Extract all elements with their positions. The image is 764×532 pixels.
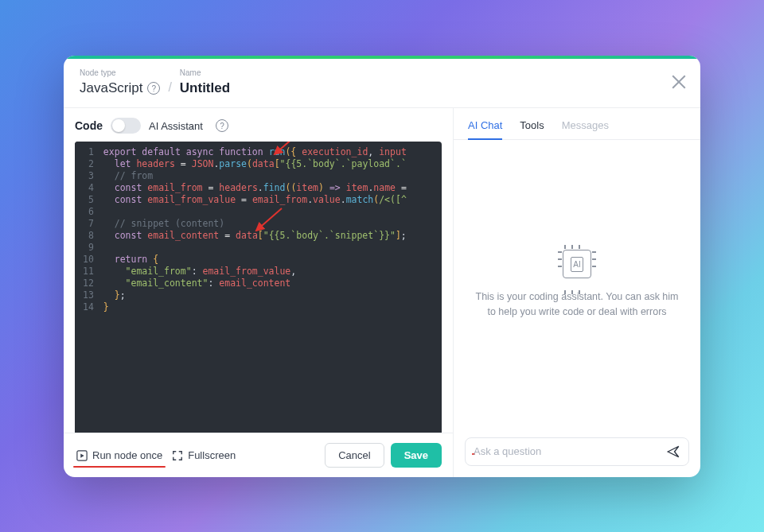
tab-ai-chat[interactable]: AI Chat (468, 119, 502, 139)
node-type-label: Node type (80, 68, 160, 77)
fullscreen-icon (172, 450, 183, 461)
node-type-column: Node type JavaScript ? (80, 68, 160, 96)
line-number-gutter: 1234567 891011121314 (75, 142, 100, 433)
name-label: Name (180, 68, 230, 77)
breadcrumb-separator: / (168, 80, 171, 96)
code-editor[interactable]: 1234567 891011121314 export default asyn… (75, 142, 442, 433)
tab-messages[interactable]: Messages (562, 119, 609, 139)
name-column: Name Untitled (180, 68, 230, 96)
play-icon (76, 450, 88, 461)
send-icon[interactable] (666, 445, 680, 459)
node-editor-modal: Node type JavaScript ? / Name Untitled C… (64, 56, 700, 477)
ai-chip-icon: AI (563, 250, 591, 289)
node-type-text: JavaScript (80, 80, 142, 96)
assistant-empty-state: AI This is your coding assistant. You ca… (454, 140, 700, 429)
close-icon[interactable] (670, 73, 688, 91)
fullscreen-button[interactable]: Fullscreen (170, 446, 237, 464)
tab-tools[interactable]: Tools (520, 119, 544, 139)
code-pane-footer: Run node once Fullscreen Cancel Save (64, 433, 453, 477)
run-node-once-label: Run node once (92, 449, 162, 461)
help-icon[interactable]: ? (216, 119, 228, 132)
code-content[interactable]: export default async function run({ exec… (100, 142, 415, 433)
code-title: Code (75, 119, 103, 132)
modal-body: Code AI Assistant ? 1234567 891011121314… (64, 108, 700, 477)
help-icon[interactable]: ? (147, 82, 160, 95)
modal-header: Node type JavaScript ? / Name Untitled (64, 59, 700, 108)
ai-assistant-label: AI Assistant (149, 120, 203, 132)
assistant-pane: AI Chat Tools Messages AI This is your c… (454, 108, 700, 477)
node-type-value: JavaScript ? (80, 80, 160, 96)
code-pane-header: Code AI Assistant ? (64, 108, 453, 142)
code-pane: Code AI Assistant ? 1234567 891011121314… (64, 108, 454, 477)
ai-assistant-toggle[interactable] (111, 118, 141, 134)
ask-question-input[interactable] (474, 445, 666, 458)
assistant-tabs: AI Chat Tools Messages (454, 108, 700, 140)
cancel-button[interactable]: Cancel (325, 443, 384, 468)
ask-question-row (465, 437, 689, 466)
node-name[interactable]: Untitled (180, 80, 230, 96)
save-button[interactable]: Save (391, 443, 442, 468)
fullscreen-label: Fullscreen (188, 449, 236, 461)
run-node-once-button[interactable]: Run node once (75, 446, 164, 464)
